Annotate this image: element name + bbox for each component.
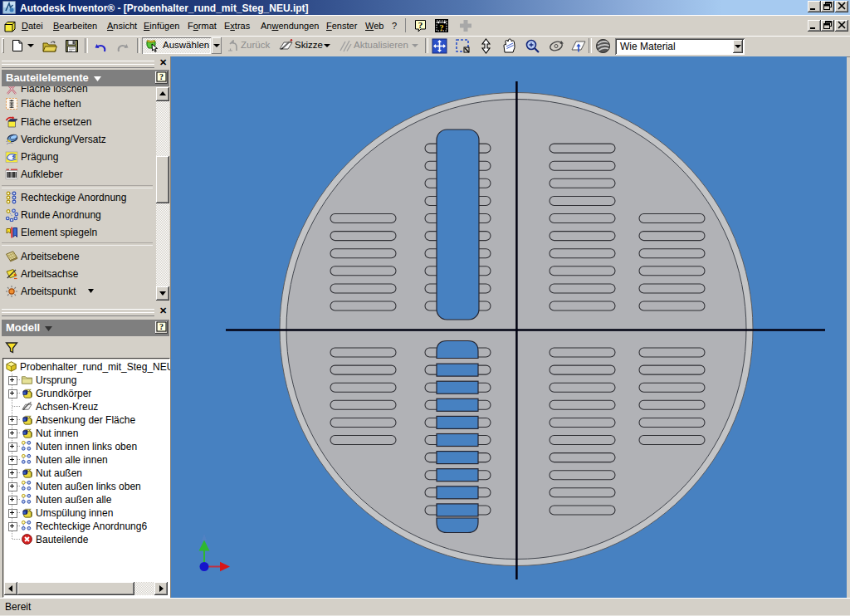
svg-text:?: ? — [418, 20, 423, 30]
svg-text:?: ? — [159, 72, 164, 81]
svg-text:?: ? — [159, 322, 164, 331]
svg-text:?: ? — [440, 23, 444, 32]
